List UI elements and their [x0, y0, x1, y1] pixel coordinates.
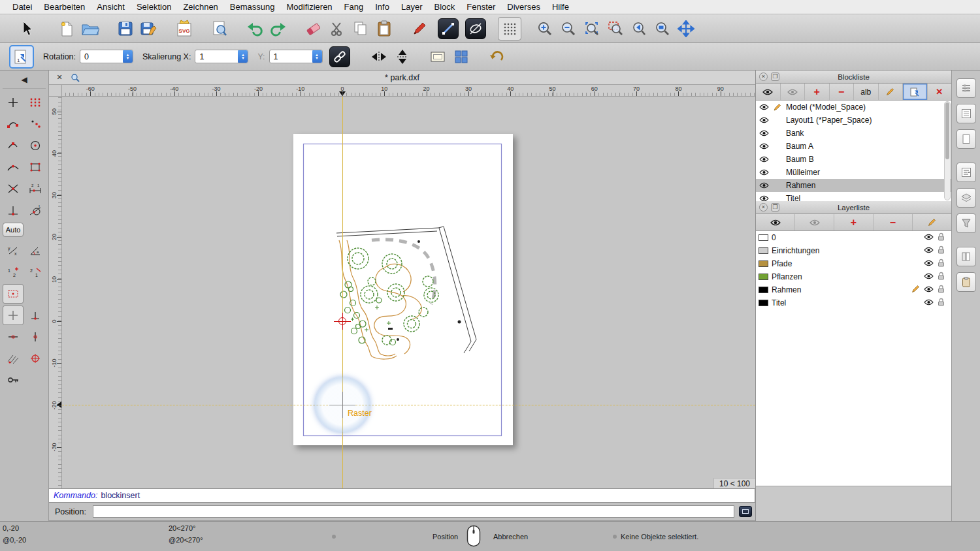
- menu-bearbeiten[interactable]: Bearbeiten: [38, 2, 91, 12]
- layer-visible-icon[interactable]: [924, 259, 934, 268]
- previous-view-icon[interactable]: [627, 17, 651, 40]
- snap-grid-icon[interactable]: [25, 93, 46, 112]
- snap-distance-icon[interactable]: 21: [25, 179, 46, 198]
- view-list-panel-icon[interactable]: [956, 104, 976, 123]
- copy-icon[interactable]: [349, 17, 372, 40]
- menu-layer[interactable]: Layer: [395, 2, 429, 12]
- layer-list-close-icon[interactable]: ×: [759, 203, 768, 212]
- flip-vertical-icon[interactable]: [391, 45, 414, 69]
- snap-coordinate-polar-icon[interactable]: 21: [25, 262, 46, 282]
- snap-tangential-icon[interactable]: !: [25, 200, 46, 220]
- new-file-icon[interactable]: [55, 17, 78, 40]
- block-row[interactable]: Baum B: [756, 153, 951, 166]
- insert-block-tool-button[interactable]: 1: [9, 45, 34, 69]
- menu-modifizieren[interactable]: Modifizieren: [281, 2, 338, 12]
- add-layer-icon[interactable]: +: [834, 214, 874, 230]
- command-line[interactable]: Kommando: blockinsert: [49, 488, 755, 503]
- menu-zeichnen[interactable]: Zeichnen: [177, 2, 223, 12]
- rotation-stepper-buttons[interactable]: ▲▼: [123, 50, 133, 63]
- zoom-in-icon[interactable]: [533, 17, 557, 40]
- layer-lock-icon[interactable]: [938, 245, 945, 256]
- grid-toggle-icon[interactable]: [498, 17, 521, 40]
- layer-list-float-icon[interactable]: ❐: [771, 203, 779, 212]
- rotation-value[interactable]: 0: [80, 52, 123, 61]
- block-row[interactable]: Titel: [756, 192, 951, 201]
- block-row[interactable]: Layout1 (*Paper_Space): [756, 114, 951, 127]
- undo-icon[interactable]: [243, 17, 267, 40]
- menu-ansicht[interactable]: Ansicht: [91, 2, 131, 12]
- scale-y-value[interactable]: 1: [270, 52, 312, 61]
- block-row-selected[interactable]: Rahmen: [756, 179, 951, 192]
- snap-angle-icon[interactable]: a: [25, 241, 46, 260]
- restrict-off-icon[interactable]: [3, 306, 24, 325]
- zoom-selection-icon[interactable]: [604, 17, 627, 40]
- clipboard-panel-icon[interactable]: [956, 272, 976, 292]
- edit-block-icon[interactable]: [879, 84, 904, 100]
- layer-row[interactable]: Titel: [756, 296, 951, 309]
- paste-icon[interactable]: [372, 17, 396, 40]
- array-insert-icon[interactable]: [449, 45, 473, 69]
- block-visible-icon[interactable]: [759, 117, 769, 123]
- draw-ellipse-icon[interactable]: [465, 18, 486, 39]
- sheet-panel-icon[interactable]: [956, 129, 976, 149]
- block-visible-icon[interactable]: [759, 130, 769, 136]
- flip-horizontal-icon[interactable]: [367, 45, 391, 69]
- menu-info[interactable]: Info: [369, 2, 395, 12]
- lock-relative-zero-icon[interactable]: [3, 370, 24, 390]
- snap-reference-icon[interactable]: [25, 157, 46, 177]
- scale-x-stepper-buttons[interactable]: ▲▼: [238, 50, 248, 63]
- zoom-window-icon[interactable]: [651, 17, 674, 40]
- show-all-blocks-icon[interactable]: [756, 84, 781, 100]
- selection-filter-panel-icon[interactable]: [956, 213, 976, 233]
- selection-arrow-icon[interactable]: [14, 17, 38, 40]
- layer-lock-icon[interactable]: [938, 272, 945, 282]
- snap-perpendicular-icon[interactable]: [3, 200, 24, 220]
- snap-free-icon[interactable]: [3, 93, 24, 112]
- restrict-orthogonal-icon[interactable]: [25, 306, 46, 325]
- draw-pen-icon[interactable]: [408, 17, 431, 40]
- block-visible-icon[interactable]: [759, 104, 769, 110]
- print-preview-icon[interactable]: [208, 17, 231, 40]
- drawing-canvas[interactable]: Raster 10 < 100: [62, 97, 755, 488]
- scale-y-stepper-buttons[interactable]: ▲▼: [312, 50, 322, 63]
- layer-row[interactable]: Pfade: [756, 257, 951, 270]
- command-options-button[interactable]: [739, 506, 752, 517]
- snap-endpoint-icon[interactable]: [3, 114, 24, 134]
- property-editor-panel-icon[interactable]: [956, 78, 976, 98]
- toolbox-back-button[interactable]: ◀: [3, 71, 46, 89]
- library-browser-panel-icon[interactable]: [956, 247, 976, 266]
- layer-lock-icon[interactable]: [938, 298, 945, 308]
- block-row[interactable]: Model (*Model_Space): [756, 101, 951, 114]
- menu-fenster[interactable]: Fenster: [461, 2, 501, 12]
- layer-lock-icon[interactable]: [938, 259, 945, 269]
- block-list-scrollbar[interactable]: [944, 101, 951, 200]
- menu-selektion[interactable]: Selektion: [131, 2, 177, 12]
- hide-all-layers-icon[interactable]: [795, 214, 834, 230]
- block-row[interactable]: Bank: [756, 127, 951, 140]
- layer-row[interactable]: Pflanzen: [756, 270, 951, 283]
- menu-datei[interactable]: Datei: [7, 2, 38, 12]
- pan-icon[interactable]: [674, 17, 698, 40]
- show-all-layers-icon[interactable]: [756, 214, 795, 230]
- scale-x-value[interactable]: 1: [195, 52, 238, 61]
- restrict-horizontal-icon[interactable]: [3, 327, 24, 347]
- layer-list-panel-icon[interactable]: [956, 188, 976, 208]
- layer-visible-icon[interactable]: [924, 272, 934, 281]
- svg-export-icon[interactable]: SVG: [172, 17, 196, 40]
- save-icon[interactable]: [114, 17, 137, 40]
- layer-lock-icon[interactable]: [938, 232, 945, 243]
- block-list-close-icon[interactable]: ×: [759, 72, 768, 81]
- restrict-x-icon[interactable]: yx: [3, 241, 24, 260]
- block-row[interactable]: Baum A: [756, 140, 951, 153]
- document-zoom-icon[interactable]: [70, 72, 80, 83]
- block-visible-icon[interactable]: [759, 169, 769, 176]
- snap-point-icon[interactable]: [25, 114, 46, 134]
- edit-layer-icon[interactable]: [913, 214, 951, 230]
- snap-on-entity-icon[interactable]: [3, 157, 24, 177]
- close-document-icon[interactable]: ✕: [54, 72, 65, 83]
- menu-hilfe[interactable]: Hilfe: [546, 2, 575, 12]
- menu-bemassung[interactable]: Bemassung: [224, 2, 281, 12]
- layer-lock-icon[interactable]: [938, 285, 945, 295]
- layer-row[interactable]: Einrichtungen: [756, 244, 951, 257]
- restrict-vertical-icon[interactable]: [25, 327, 46, 347]
